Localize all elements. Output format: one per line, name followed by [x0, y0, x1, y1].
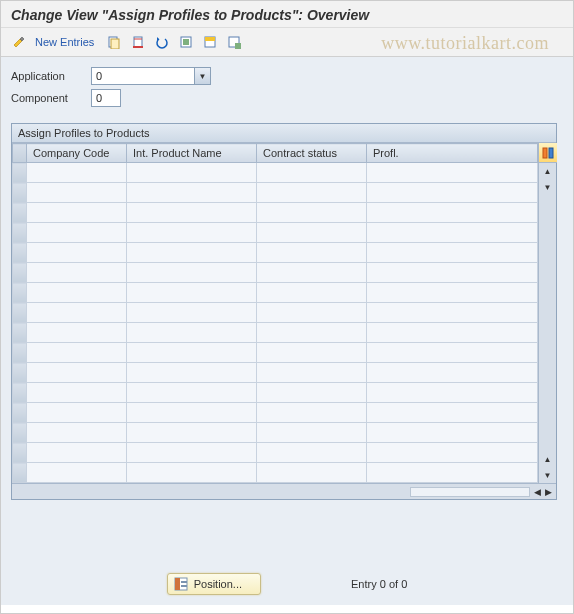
cell[interactable]	[367, 163, 538, 183]
cell[interactable]	[27, 363, 127, 383]
table-row[interactable]	[13, 303, 538, 323]
component-input[interactable]: 0	[91, 89, 121, 107]
cell[interactable]	[27, 323, 127, 343]
cell[interactable]	[127, 323, 257, 343]
cell[interactable]	[257, 243, 367, 263]
row-selector[interactable]	[13, 223, 27, 243]
table-row[interactable]	[13, 423, 538, 443]
cell[interactable]	[27, 243, 127, 263]
cell[interactable]	[257, 323, 367, 343]
table-row[interactable]	[13, 263, 538, 283]
row-selector[interactable]	[13, 323, 27, 343]
cell[interactable]	[257, 383, 367, 403]
cell[interactable]	[127, 423, 257, 443]
table-row[interactable]	[13, 243, 538, 263]
cell[interactable]	[27, 163, 127, 183]
cell[interactable]	[127, 183, 257, 203]
cell[interactable]	[127, 463, 257, 483]
cell[interactable]	[257, 223, 367, 243]
cell[interactable]	[127, 163, 257, 183]
toggle-display-change-icon[interactable]	[9, 32, 29, 52]
cell[interactable]	[27, 383, 127, 403]
cell[interactable]	[127, 223, 257, 243]
row-selector[interactable]	[13, 243, 27, 263]
cell[interactable]	[257, 463, 367, 483]
scroll-down-icon[interactable]: ▼	[541, 180, 555, 194]
cell[interactable]	[27, 263, 127, 283]
row-selector[interactable]	[13, 343, 27, 363]
undo-change-icon[interactable]	[152, 32, 172, 52]
table-row[interactable]	[13, 443, 538, 463]
cell[interactable]	[367, 283, 538, 303]
cell[interactable]	[257, 203, 367, 223]
cell[interactable]	[127, 243, 257, 263]
table-row[interactable]	[13, 323, 538, 343]
cell[interactable]	[257, 443, 367, 463]
select-block-icon[interactable]	[200, 32, 220, 52]
col-contract-status[interactable]: Contract status	[257, 144, 367, 163]
cell[interactable]	[127, 283, 257, 303]
row-selector[interactable]	[13, 423, 27, 443]
table-row[interactable]	[13, 283, 538, 303]
cell[interactable]	[27, 223, 127, 243]
table-row[interactable]	[13, 383, 538, 403]
cell[interactable]	[367, 183, 538, 203]
cell[interactable]	[367, 263, 538, 283]
cell[interactable]	[257, 303, 367, 323]
copy-as-icon[interactable]	[104, 32, 124, 52]
cell[interactable]	[127, 203, 257, 223]
row-selector[interactable]	[13, 403, 27, 423]
cell[interactable]	[367, 403, 538, 423]
cell[interactable]	[127, 363, 257, 383]
col-product-name[interactable]: Int. Product Name	[127, 144, 257, 163]
cell[interactable]	[127, 443, 257, 463]
table-row[interactable]	[13, 343, 538, 363]
cell[interactable]	[367, 363, 538, 383]
row-selector[interactable]	[13, 383, 27, 403]
configure-columns-icon[interactable]	[539, 143, 557, 163]
hscroll-right-icon[interactable]: ▶	[545, 487, 552, 497]
cell[interactable]	[257, 263, 367, 283]
scroll-up2-icon[interactable]: ▲	[541, 452, 555, 466]
scroll-up-icon[interactable]: ▲	[541, 164, 555, 178]
cell[interactable]	[367, 383, 538, 403]
table-row[interactable]	[13, 203, 538, 223]
cell[interactable]	[367, 463, 538, 483]
cell[interactable]	[27, 443, 127, 463]
cell[interactable]	[257, 403, 367, 423]
col-profile[interactable]: Profl.	[367, 144, 538, 163]
position-button[interactable]: Position...	[167, 573, 261, 595]
row-selector-header[interactable]	[13, 144, 27, 163]
new-entries-button[interactable]: New Entries	[33, 36, 100, 48]
cell[interactable]	[257, 183, 367, 203]
cell[interactable]	[367, 443, 538, 463]
select-all-icon[interactable]	[176, 32, 196, 52]
vertical-scrollbar[interactable]: ▲ ▼ ▲ ▼	[538, 143, 556, 483]
row-selector[interactable]	[13, 183, 27, 203]
cell[interactable]	[127, 343, 257, 363]
table-row[interactable]	[13, 163, 538, 183]
cell[interactable]	[257, 363, 367, 383]
hscroll-left-icon[interactable]: ◀	[534, 487, 541, 497]
row-selector[interactable]	[13, 203, 27, 223]
delete-icon[interactable]	[128, 32, 148, 52]
row-selector[interactable]	[13, 463, 27, 483]
cell[interactable]	[367, 423, 538, 443]
row-selector[interactable]	[13, 163, 27, 183]
cell[interactable]	[27, 343, 127, 363]
cell[interactable]	[367, 303, 538, 323]
cell[interactable]	[27, 463, 127, 483]
row-selector[interactable]	[13, 303, 27, 323]
deselect-all-icon[interactable]	[224, 32, 244, 52]
cell[interactable]	[127, 383, 257, 403]
cell[interactable]	[27, 283, 127, 303]
cell[interactable]	[27, 403, 127, 423]
cell[interactable]	[257, 163, 367, 183]
cell[interactable]	[367, 323, 538, 343]
cell[interactable]	[367, 223, 538, 243]
scroll-down2-icon[interactable]: ▼	[541, 468, 555, 482]
cell[interactable]	[27, 303, 127, 323]
row-selector[interactable]	[13, 263, 27, 283]
cell[interactable]	[367, 243, 538, 263]
col-company-code[interactable]: Company Code	[27, 144, 127, 163]
